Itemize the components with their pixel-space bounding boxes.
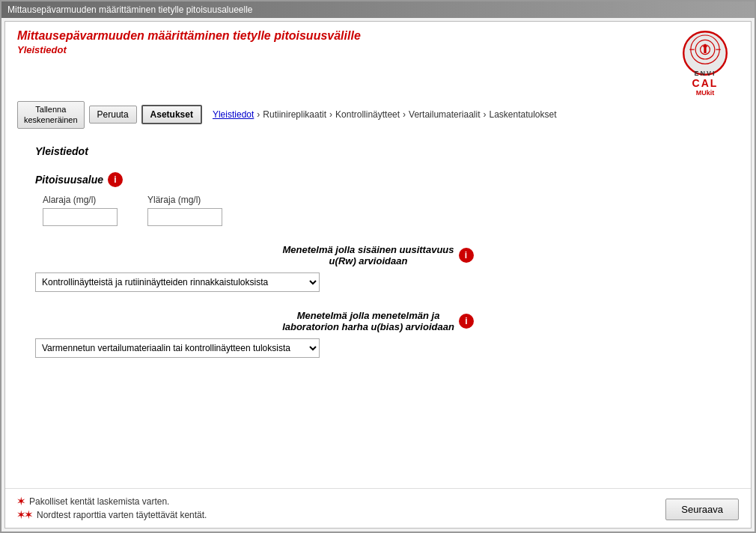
header-left: Mittausepävarmuuden määrittäminen tietyl… xyxy=(17,29,671,55)
svg-rect-5 xyxy=(704,47,706,53)
logo-area: ENVI CAL MUkit xyxy=(671,29,739,97)
menetelma-bias-group: Menetelmä jolla menetelmän ja laboratori… xyxy=(35,310,721,358)
next-button[interactable]: Seuraava xyxy=(665,499,739,520)
footer-note-2-text: Nordtest raporttia varten täytettävät ke… xyxy=(37,510,207,520)
logo-envi: ENVI xyxy=(694,70,716,77)
pitoisuusalue-label: Pitoisuusalue i xyxy=(35,172,721,187)
pitoisuusalue-subfields: Alaraja (mg/l) Yläraja (mg/l) xyxy=(43,195,721,226)
pitoisuusalue-group: Pitoisuusalue i Alaraja (mg/l) Yläraja (… xyxy=(35,172,721,226)
settings-button[interactable]: Asetukset xyxy=(141,105,202,124)
logo-cal: CAL xyxy=(692,77,719,89)
footer: ✶ Pakolliset kentät laskemista varten. ✶… xyxy=(5,488,751,528)
section-heading: Yleistiedot xyxy=(35,145,721,157)
menetelma-rw-select[interactable]: Kontrollinäytteistä ja rutiininäytteiden… xyxy=(35,272,320,292)
ylaraja-input[interactable] xyxy=(147,208,222,226)
alaraja-field: Alaraja (mg/l) xyxy=(43,195,118,226)
menetelma-bias-select[interactable]: Varmennetun vertailumateriaalin tai kont… xyxy=(35,338,320,358)
menetelma-bias-line1: Menetelmä jolla menetelmän ja xyxy=(297,310,440,321)
menetelma-rw-line1: Menetelmä jolla sisäinen uusittavuus xyxy=(282,244,454,255)
pitoisuusalue-label-text: Pitoisuusalue xyxy=(35,174,103,186)
window-content: Mittausepävarmuuden määrittäminen tietyl… xyxy=(4,21,752,529)
breadcrumb-sep-2: › xyxy=(329,109,332,120)
breadcrumb-kontrollinavytteet: Kontrollinäytteet xyxy=(335,109,400,120)
footer-note-1: ✶ Pakolliset kentät laskemista varten. xyxy=(17,496,207,507)
title-bar: Mittausepävarmuuden määrittäminen tietyl… xyxy=(1,1,755,18)
menetelma-rw-label-text: Menetelmä jolla sisäinen uusittavuus u(R… xyxy=(282,244,454,266)
menetelma-bias-label: Menetelmä jolla menetelmän ja laboratori… xyxy=(35,310,721,332)
logo-mukit: MUkit xyxy=(696,89,715,97)
breadcrumb-laskentatulokset: Laskentatulokset xyxy=(489,109,556,120)
alaraja-label: Alaraja (mg/l) xyxy=(43,195,118,205)
menetelma-bias-line2: laboratorion harha u(bias) arvioidaan xyxy=(282,321,454,332)
ylaraja-label: Yläraja (mg/l) xyxy=(147,195,222,205)
menetelma-rw-line2: u(Rw) arvioidaan xyxy=(329,255,408,266)
star-red-icon: ✶ xyxy=(17,496,25,507)
window-title: Mittausepävarmuuden määrittäminen tietyl… xyxy=(7,4,253,15)
breadcrumb-sep-4: › xyxy=(483,109,486,120)
logo-text-area: ENVI CAL MUkit xyxy=(692,70,719,97)
toolbar: Tallennakeskeneräinen Peruuta Asetukset … xyxy=(5,97,751,133)
content-area: Yleistiedot Pitoisuusalue i Alaraja (mg/… xyxy=(5,133,751,488)
menetelma-bias-label-text: Menetelmä jolla menetelmän ja laboratori… xyxy=(282,310,454,332)
cancel-button[interactable]: Peruuta xyxy=(89,106,137,124)
footer-note-1-text: Pakolliset kentät laskemista varten. xyxy=(29,496,169,507)
alaraja-input[interactable] xyxy=(43,208,118,226)
breadcrumb-vertailumateriaalit: Vertailumateriaalit xyxy=(409,109,480,120)
menetelma-bias-info-icon[interactable]: i xyxy=(459,314,474,329)
pitoisuusalue-info-icon[interactable]: i xyxy=(108,172,123,187)
ylaraja-field: Yläraja (mg/l) xyxy=(147,195,222,226)
breadcrumb: Yleistiedot › Rutiinireplikaatit › Kontr… xyxy=(213,109,739,120)
menetelma-rw-group: Menetelmä jolla sisäinen uusittavuus u(R… xyxy=(35,244,721,292)
breadcrumb-sep-1: › xyxy=(257,109,260,120)
menetelma-rw-info-icon[interactable]: i xyxy=(459,248,474,263)
star-double-red-icon: ✶✶ xyxy=(17,510,32,520)
sub-title: Yleistiedot xyxy=(17,44,671,55)
footer-notes: ✶ Pakolliset kentät laskemista varten. ✶… xyxy=(17,496,207,520)
main-title: Mittausepävarmuuden määrittäminen tietyl… xyxy=(17,29,671,43)
menetelma-rw-label: Menetelmä jolla sisäinen uusittavuus u(R… xyxy=(35,244,721,266)
breadcrumb-sep-3: › xyxy=(403,109,406,120)
main-window: Mittausepävarmuuden määrittäminen tietyl… xyxy=(0,0,756,533)
save-button[interactable]: Tallennakeskeneräinen xyxy=(17,101,85,129)
header-logo-row: Mittausepävarmuuden määrittäminen tietyl… xyxy=(5,22,751,97)
footer-note-2: ✶✶ Nordtest raporttia varten täytettävät… xyxy=(17,510,207,520)
breadcrumb-rutiinireplikaatit: Rutiinireplikaatit xyxy=(263,109,326,120)
breadcrumb-yleistiedot[interactable]: Yleistiedot xyxy=(213,109,254,120)
